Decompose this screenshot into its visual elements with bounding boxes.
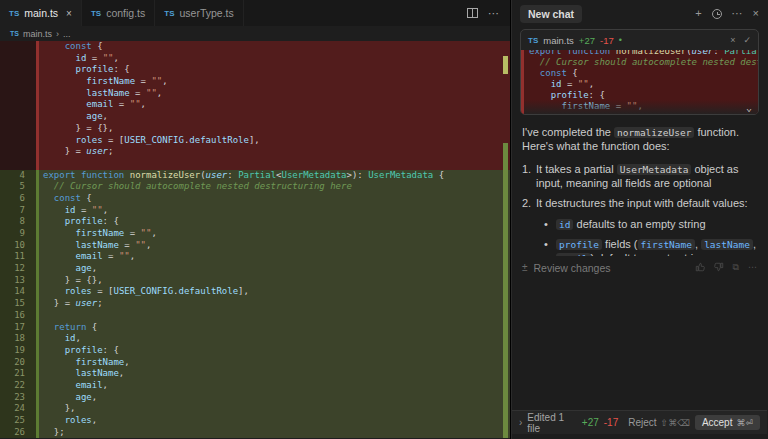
code-token: , [119,368,124,378]
overview-ruler[interactable] [500,41,510,439]
code-token: normalizeUser [130,170,200,180]
line-number [0,53,36,65]
line-number: 14 [0,286,36,298]
code-token: age [43,111,103,121]
edited-file-card-header[interactable]: TS main.ts +27 -17 • × ✓ [521,30,758,50]
footer-removed-count: -17 [604,417,618,428]
code-token: email [43,251,103,261]
code-token: { [92,41,103,51]
card-file-name: main.ts [543,35,574,46]
app-window: TSmain.ts×TSconfig.tsTSuserType.ts ⋯ TS … [0,0,768,439]
preview-code-line: const { [524,68,758,79]
code-token: // Cursor should autocomplete nested des… [43,181,352,191]
tab-main-ts[interactable]: TSmain.ts× [0,0,82,26]
tab-close-icon[interactable]: × [66,8,72,19]
code-text: }, [39,403,510,415]
editor-more-icon[interactable]: ⋯ [488,7,500,20]
code-token: = [113,99,129,109]
reject-button[interactable]: Reject ⇧⌘⌫ [628,417,690,428]
breadcrumb-separator: › [56,29,59,39]
accept-label: Accept [702,417,733,428]
line-number [0,111,36,123]
accept-button[interactable]: Accept ⌘⏎ [695,415,760,430]
list-item-text: It takes a partial UserMetadata object a… [536,162,757,191]
accept-shortcut: ⌘⏎ [736,418,753,428]
line-number [0,76,36,88]
code-token: return [43,322,86,332]
inline-code: normalizeUser [614,127,694,138]
breadcrumb[interactable]: TS main.ts › ... [0,26,510,41]
footer-expand-chevron-icon[interactable]: › [519,417,522,428]
code-text: firstName, [39,357,510,369]
review-changes-button[interactable]: Review changes [534,262,611,274]
new-chat-plus-icon[interactable]: + [695,8,701,19]
list-number: 1. [522,162,536,191]
breadcrumb-rest[interactable]: ... [63,29,71,39]
code-line: 9 firstName = "", [0,228,510,240]
ts-file-icon: TS [9,9,19,18]
code-token: , [76,333,81,343]
chat-more-icon[interactable]: ⋯ [732,8,743,19]
code-line: 11 email = "", [0,251,510,263]
split-editor-icon[interactable] [467,8,478,18]
code-area[interactable]: const { id = "", profile: { firstName = … [0,41,510,439]
breadcrumb-file[interactable]: main.ts [23,29,52,39]
chat-title[interactable]: New chat [520,5,582,23]
line-number: 18 [0,333,36,345]
code-token: >): [347,170,369,180]
line-number: 5 [0,181,36,193]
code-token: UserMetadata [368,170,433,180]
editor-pane: TSmain.ts×TSconfig.tsTSuserType.ts ⋯ TS … [0,0,511,439]
code-line: roles = [USER_CONFIG.defaultRole], [0,135,510,147]
copy-icon[interactable]: ⧉ [733,262,739,273]
tab-config-ts[interactable]: TSconfig.ts [82,0,155,26]
tab-label: userType.ts [180,7,234,19]
code-token: = [ [103,135,125,145]
code-token: profile [529,90,589,100]
chat-footer-bar: › Edited 1 file +27 -17 Reject ⇧⌘⌫ Accep… [512,410,767,434]
code-line: lastName = "", [0,88,510,100]
thumbs-down-icon[interactable] [714,262,724,272]
tab-userType-ts[interactable]: TSuserType.ts [155,0,244,26]
line-number [0,88,36,100]
code-line: 17 return { [0,322,510,334]
card-actions: × ✓ [730,35,751,45]
line-number: 7 [0,205,36,217]
code-token: roles [43,415,92,425]
line-number: 11 [0,251,36,263]
card-reject-icon[interactable]: × [730,35,735,45]
edited-files-label[interactable]: Edited 1 file [527,412,576,434]
code-token: , [124,357,129,367]
code-text: } = {}, [39,123,510,135]
thumbs-up-icon[interactable] [695,262,705,272]
editor-tab-bar: TSmain.ts×TSconfig.tsTSuserType.ts ⋯ [0,0,510,26]
code-token: { [86,322,97,332]
code-diff-preview[interactable]: export function normalizeUser(user: Part… [521,50,758,114]
code-token: user [76,298,98,308]
chat-close-icon[interactable]: × [753,8,759,19]
code-token: , [157,88,162,98]
code-text: lastName, [39,368,510,380]
ts-file-icon: TS [528,36,538,45]
code-token: = [119,240,135,250]
inline-code: id [556,219,573,230]
code-line: const { [0,41,510,53]
code-text: return { [39,322,510,334]
code-token: } = {}, [43,123,113,133]
chat-spacer [512,280,767,411]
overview-mark-added [503,143,508,438]
expand-preview-chevron-icon[interactable]: ⌄ [746,102,752,113]
message-list-item: 1.It takes a partial UserMetadata object… [522,162,757,191]
clock-icon [712,9,722,19]
code-token: normalizeUser [616,50,686,56]
code-line: 7 id = "", [0,205,510,217]
preview-code-line: export function normalizeUser(user: Part… [524,50,758,57]
card-accept-icon[interactable]: ✓ [743,35,751,45]
history-icon[interactable] [712,9,722,19]
message-more-icon[interactable]: ⋯ [748,262,757,273]
code-token: } = {}, [43,275,103,285]
message-list-item: 2.It destructures the input with default… [522,196,757,210]
tabbar-spacer [244,0,457,26]
chat-header: New chat + ⋯ × [512,0,767,27]
code-token: function [567,50,610,56]
